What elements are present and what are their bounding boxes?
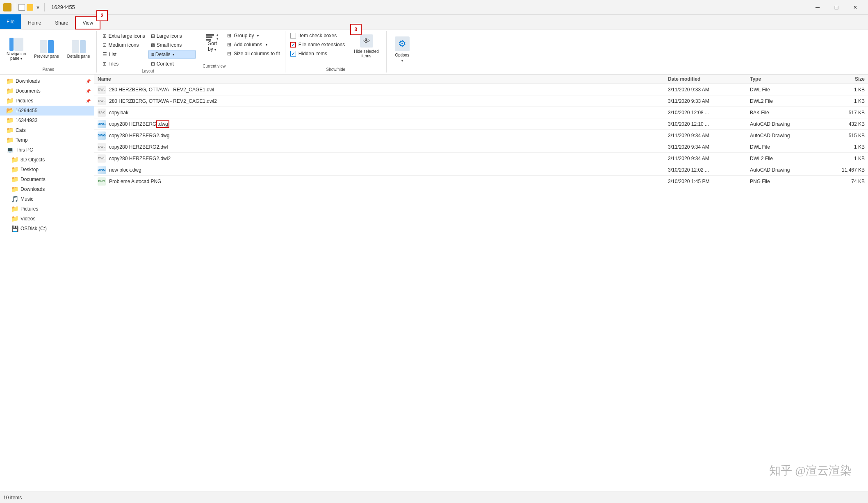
table-row[interactable]: DWL 280 HERZBERG, OTTAWA - REV2_CAGE1.dw… bbox=[94, 84, 868, 95]
tab-home[interactable]: Home bbox=[21, 16, 48, 29]
large-icons-button[interactable]: ⊟ Large icons bbox=[148, 32, 196, 40]
header-type[interactable]: Type bbox=[750, 76, 824, 82]
size-all-columns-button[interactable]: ⊟ Size all columns to fit bbox=[226, 50, 282, 57]
header-name[interactable]: Name bbox=[98, 76, 668, 82]
sidebar-item-16344933[interactable]: 📁 16344933 bbox=[0, 116, 94, 125]
current-view-options: ⊞ Group by ▾ ⊞ Add columns ▾ ⊟ Size all … bbox=[226, 32, 282, 57]
header-date[interactable]: Date modified bbox=[668, 76, 750, 82]
options-content: ⚙ Options ▾ bbox=[390, 32, 415, 67]
status-bar: 10 items bbox=[0, 492, 868, 503]
preview-pane-label: Preview pane bbox=[34, 54, 59, 59]
navigation-pane-button[interactable]: Navigationpane ▾ bbox=[3, 36, 29, 62]
table-row[interactable]: DWL 280 HERZBERG, OTTAWA - REV2_CAGE1.dw… bbox=[94, 95, 868, 107]
file-type: AutoCAD Drawing bbox=[750, 133, 824, 138]
file-type: BAK File bbox=[750, 110, 824, 116]
list-button[interactable]: ☰ List bbox=[100, 50, 147, 59]
group-by-button[interactable]: ⊞ Group by ▾ bbox=[226, 32, 282, 39]
file-size: 11,467 KB bbox=[824, 167, 865, 173]
options-button[interactable]: ⚙ Options ▾ bbox=[390, 34, 415, 65]
table-row[interactable]: DWL copy280 HERZBERG2.dwl 3/11/2020 9:34… bbox=[94, 141, 868, 153]
details-button[interactable]: ≡ Details ▾ bbox=[148, 50, 196, 59]
file-icon-dwg2: DWG bbox=[98, 131, 106, 140]
options-icon: ⚙ bbox=[395, 36, 410, 51]
content-button[interactable]: ⊟ Content bbox=[148, 60, 196, 68]
minimize-button[interactable]: ─ bbox=[808, 0, 827, 15]
extra-large-icons-button[interactable]: ⊞ Extra large icons bbox=[100, 32, 147, 40]
sidebar-item-os-disk[interactable]: 💾 OSDisk (C:) bbox=[0, 224, 94, 233]
sidebar-item-documents-pc[interactable]: 📁 Documents bbox=[0, 174, 94, 184]
add-columns-icon: ⊞ bbox=[227, 42, 231, 48]
sidebar-item-downloads[interactable]: 📁 Downloads 📌 bbox=[0, 76, 94, 86]
table-row[interactable]: DWG new block.dwg 3/10/2020 12:02 ... Au… bbox=[94, 164, 868, 176]
file-name: copy280 HERZBERG2.dwl bbox=[109, 144, 168, 150]
maximize-button[interactable]: □ bbox=[827, 0, 846, 15]
sidebar-item-pictures[interactable]: 📁 Pictures 📌 bbox=[0, 96, 94, 106]
title-checkbox[interactable] bbox=[18, 4, 25, 11]
sidebar-item-downloads-pc[interactable]: 📁 Downloads bbox=[0, 184, 94, 194]
file-type: DWL File bbox=[750, 87, 824, 93]
sidebar-item-this-pc[interactable]: 💻 This PC bbox=[0, 145, 94, 155]
panes-content: Navigationpane ▾ Preview pane Details pa… bbox=[3, 32, 93, 66]
medium-icons-icon: ⊡ bbox=[103, 42, 107, 48]
table-row[interactable]: BAK copy.bak 3/10/2020 12:08 ... BAK Fil… bbox=[94, 107, 868, 118]
table-row[interactable]: DWL copy280 HERZBERG2.dwl2 3/11/2020 9:3… bbox=[94, 153, 868, 164]
pin-icon-downloads: 📌 bbox=[86, 79, 91, 84]
file-name-cell: DWL copy280 HERZBERG2.dwl bbox=[98, 143, 668, 151]
sidebar-item-pictures-pc[interactable]: 📁 Pictures bbox=[0, 204, 94, 214]
file-name-cell: DWG new block.dwg bbox=[98, 166, 668, 174]
show-hide-group-label: Show/hide bbox=[289, 66, 383, 72]
sidebar-item-cats[interactable]: 📁 Cats bbox=[0, 125, 94, 135]
ribbon-group-current-view: ▲ ▼ Sort by ▾ ⊞ Group by bbox=[199, 31, 285, 73]
folder-16294455-icon: 📂 bbox=[7, 107, 13, 114]
header-size[interactable]: Size bbox=[824, 76, 865, 82]
table-row[interactable]: DWG copy280 HERZBERG2.dwg 3/11/2020 9:34… bbox=[94, 130, 868, 141]
details-icon: ≡ bbox=[151, 52, 154, 57]
tiles-button[interactable]: ⊞ Tiles bbox=[100, 60, 147, 68]
sidebar-item-music[interactable]: 🎵 Music bbox=[0, 194, 94, 204]
current-view-group-label: Current view bbox=[203, 63, 226, 68]
current-view-content: ▲ ▼ Sort by ▾ ⊞ Group by bbox=[203, 32, 282, 66]
sidebar-item-3d-objects[interactable]: 📁 3D Objects bbox=[0, 155, 94, 165]
tiles-icon: ⊞ bbox=[103, 61, 107, 67]
item-check-boxes-checkbox[interactable] bbox=[290, 33, 296, 39]
sidebar-item-temp[interactable]: 📁 Temp bbox=[0, 135, 94, 145]
details-pane-button[interactable]: Details pane bbox=[64, 39, 93, 60]
pin-icon-pictures: 📌 bbox=[86, 99, 91, 103]
hide-selected-items-button[interactable]: 👁 Hide selected items bbox=[350, 32, 383, 61]
file-date: 3/11/2020 9:34 AM bbox=[668, 156, 750, 161]
close-button[interactable]: ✕ bbox=[846, 0, 865, 15]
file-name: new block.dwg bbox=[109, 167, 141, 173]
sidebar-item-documents[interactable]: 📁 Documents 📌 bbox=[0, 86, 94, 96]
hidden-items-checkbox[interactable] bbox=[290, 51, 296, 57]
panes-group-label: Panes bbox=[3, 66, 93, 72]
table-row[interactable]: PNG Probleme Autocad.PNG 3/10/2020 1:45 … bbox=[94, 176, 868, 187]
file-name-extensions-checkbox[interactable] bbox=[290, 42, 296, 48]
options-label: Options bbox=[395, 53, 409, 57]
small-icons-button[interactable]: ⊠ Small icons bbox=[148, 41, 196, 49]
file-area: Name Date modified Type Size DWL 280 HER… bbox=[94, 75, 868, 492]
tab-share[interactable]: Share bbox=[48, 16, 75, 29]
add-columns-button[interactable]: ⊞ Add columns ▾ bbox=[226, 41, 282, 48]
extra-large-icons-icon: ⊞ bbox=[103, 33, 107, 39]
details-pane-label: Details pane bbox=[67, 54, 90, 59]
3d-objects-icon: 📁 bbox=[11, 156, 18, 163]
sidebar-item-desktop[interactable]: 📁 Desktop bbox=[0, 165, 94, 174]
documents-icon: 📁 bbox=[7, 88, 13, 94]
tab-file[interactable]: File bbox=[0, 14, 21, 29]
tab-view[interactable]: View 2 bbox=[75, 16, 100, 29]
preview-pane-button[interactable]: Preview pane bbox=[31, 39, 62, 60]
medium-icons-button[interactable]: ⊡ Medium icons bbox=[100, 41, 147, 49]
show-hide-content: Item check boxes File name extensions Hi… bbox=[289, 32, 383, 66]
file-size: 1 KB bbox=[824, 98, 865, 104]
sort-by-button[interactable]: ▲ ▼ Sort by ▾ bbox=[203, 32, 222, 54]
ribbon-group-show-hide: Item check boxes File name extensions Hi… bbox=[285, 31, 387, 73]
sidebar-item-16294455[interactable]: 📂 16294455 bbox=[0, 106, 94, 116]
file-name-extensions-item: File name extensions bbox=[289, 41, 346, 48]
group-by-icon: ⊞ bbox=[227, 33, 231, 39]
sidebar-item-videos[interactable]: 📁 Videos bbox=[0, 214, 94, 224]
size-all-columns-icon: ⊟ bbox=[227, 51, 231, 57]
details-left bbox=[72, 40, 79, 53]
table-row[interactable]: DWG copy280 HERZBERG.dwg 3/10/2020 12:10… bbox=[94, 118, 868, 130]
badge-3: 3 bbox=[350, 24, 362, 35]
folder-16344933-icon: 📁 bbox=[7, 117, 13, 124]
